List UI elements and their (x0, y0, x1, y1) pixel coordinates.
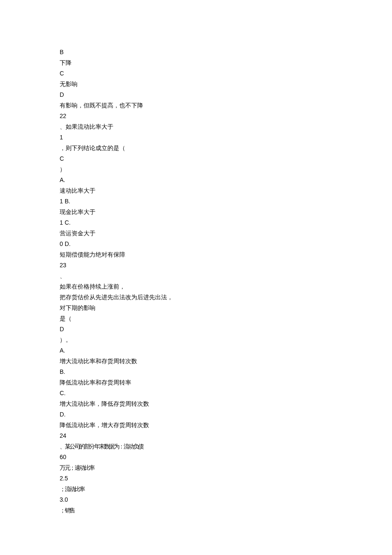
text-line: 60 (60, 452, 332, 462)
text-line: 22 (60, 111, 332, 121)
text-line: B. (60, 367, 332, 377)
text-line: D (60, 90, 332, 100)
text-line: 速动比率大于 (60, 185, 332, 196)
text-line: 、如果流动比率大于 (60, 121, 332, 132)
text-line: C (60, 153, 332, 164)
text-line: ，则下列结论成立的是（ (60, 143, 332, 153)
text-line: 3.0 (60, 494, 332, 505)
text-line: 、 (60, 271, 332, 281)
text-line: B (60, 47, 332, 58)
text-line: 下降 (60, 58, 332, 68)
text-line: C. (60, 388, 332, 399)
text-line: 是（ (60, 313, 332, 324)
text-line: 如果在价格持续上涨前， (60, 281, 332, 292)
text-line: 降低流动比率，增大存货周转次数 (60, 420, 332, 431)
text-line: ） (60, 164, 332, 175)
text-line: 增大流动比率和存货周转次数 (60, 356, 332, 367)
text-line: 0 D. (60, 239, 332, 249)
text-line: 降低流动比率和存货周转率 (60, 377, 332, 388)
text-line: 短期偿债能力绝对有保障 (60, 249, 332, 260)
text-line: D (60, 324, 332, 335)
text-line: ；销售 (60, 505, 332, 516)
text-line: D. (60, 409, 332, 420)
text-line: 1 (60, 132, 332, 143)
text-line: 2.5 (60, 473, 332, 484)
text-line: ；流动比率 (60, 484, 332, 494)
text-line: 24 (60, 431, 332, 441)
text-line: 对下期的影响 (60, 303, 332, 313)
text-line: 增大流动比率，降低存货周转次数 (60, 399, 332, 409)
text-line: 万元；速动比率 (60, 462, 332, 473)
text-line: A. (60, 175, 332, 185)
text-line: 、某公司的部分年末数据为：流动负债 (60, 441, 332, 452)
text-line: ）。 (60, 335, 332, 345)
text-line: 有影响，但既不提高，也不下降 (60, 100, 332, 111)
text-line: A. (60, 345, 332, 356)
text-line: 23 (60, 260, 332, 271)
text-line: 现金比率大于 (60, 207, 332, 217)
text-line: 营运资金大于 (60, 228, 332, 239)
text-line: C (60, 68, 332, 79)
text-line: 无影响 (60, 79, 332, 90)
text-line: 1 B. (60, 196, 332, 207)
document-page: B下降C无影响D有影响，但既不提高，也不下降22、如果流动比率大于1，则下列结论… (0, 0, 392, 541)
text-line: 1 C. (60, 217, 332, 228)
text-line: 把存货估价从先进先出法改为后进先出法， (60, 292, 332, 303)
